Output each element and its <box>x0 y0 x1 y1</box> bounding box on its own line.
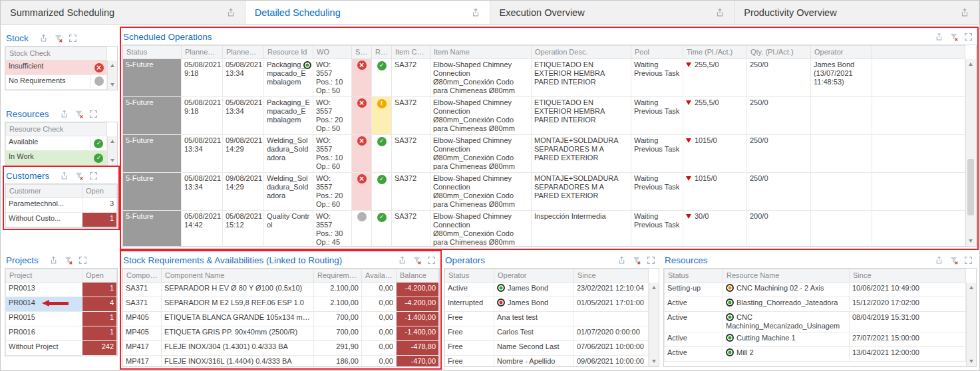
expand-icon[interactable] <box>89 172 98 180</box>
column-header[interactable]: Status <box>665 269 723 283</box>
filter-icon[interactable] <box>412 256 421 265</box>
export-icon[interactable] <box>60 110 69 118</box>
export-icon[interactable] <box>960 8 969 17</box>
stock-requirement-row[interactable]: SA371 SEPARADOR H EV Ø 80 Y Ø100 (0,5x10… <box>123 283 439 297</box>
expand-icon[interactable] <box>964 33 973 41</box>
filter-icon[interactable] <box>949 256 958 265</box>
expand-icon[interactable] <box>89 110 98 118</box>
column-header[interactable]: Status <box>123 46 182 59</box>
tab-productivity-overview[interactable]: Productivity Overview <box>735 1 979 24</box>
column-header[interactable]: Operator <box>811 46 872 59</box>
project-row[interactable]: PR0015 1 <box>6 312 117 326</box>
resource-row[interactable]: Active CNC Machining_Mecanizado_Usinagem… <box>665 312 966 332</box>
operator-row[interactable]: Free Ana test test <box>445 312 649 326</box>
expand-icon[interactable] <box>79 256 87 265</box>
column-header[interactable]: Resource Check <box>6 123 107 136</box>
expand-icon[interactable] <box>964 256 973 265</box>
column-header[interactable]: Planned Start <box>182 46 223 59</box>
filter-icon[interactable] <box>54 34 63 43</box>
scrollbar-thumb[interactable] <box>967 159 974 215</box>
operator-row[interactable]: Free Name Second Last 07/06/2021 10:00:0… <box>445 341 649 356</box>
project-row[interactable]: PR0016 1 <box>6 326 117 341</box>
resource-row[interactable]: Active Mill 2 13/04/2021 12:00:00 <box>665 347 966 362</box>
stock-check-row[interactable]: No Requirements <box>6 75 107 90</box>
scroll-down-icon[interactable] <box>652 360 656 363</box>
stock-check-row[interactable]: Insufficient <box>6 61 107 75</box>
column-header[interactable]: Since <box>850 269 966 283</box>
scroll-down-icon[interactable] <box>969 239 973 243</box>
customer-row[interactable]: Parametechnol... 3 <box>6 198 117 213</box>
column-header[interactable]: Project <box>6 269 82 283</box>
operator-row[interactable]: Interrupted James Bond 01/05/2021 17:01:… <box>445 297 649 312</box>
project-row[interactable]: Without Project 242 <box>6 341 117 356</box>
column-header[interactable]: Status <box>445 269 494 283</box>
column-header[interactable]: Stock <box>352 46 372 59</box>
column-header[interactable]: Requirement <box>314 269 362 283</box>
scrollbar[interactable] <box>107 136 117 166</box>
resource-row[interactable]: Setting-up CNC Machining 02 - 2 Axis 10/… <box>665 283 966 297</box>
scrollbar[interactable] <box>965 59 976 246</box>
expand-icon[interactable] <box>427 256 436 265</box>
project-row[interactable]: PR0013 1 <box>6 283 117 297</box>
operation-row[interactable]: 5-Future 05/08/2021 13:34 09/08/2021 14:… <box>123 135 965 173</box>
tab-execution-overview[interactable]: Execution Overview <box>490 1 735 24</box>
stock-requirement-row[interactable]: MP417 FLEJE INOX/316L (1.4404) 0.4/333 B… <box>123 356 439 368</box>
resource-row[interactable]: Active Cutting Machine 1 27/07/2021 15:0… <box>665 332 966 347</box>
column-header[interactable]: Time (Pl./Act.) <box>683 46 747 59</box>
tab-detailed-scheduling[interactable]: Detailed Scheduling <box>245 1 490 24</box>
export-icon[interactable] <box>715 8 725 17</box>
scroll-up-icon[interactable] <box>110 140 114 143</box>
export-icon[interactable] <box>49 256 58 265</box>
column-header[interactable]: Stock Check <box>6 47 107 61</box>
stock-requirement-row[interactable]: MP417 FLEJE INOX/304 (1.4301) 0.4/333 BA… <box>123 341 439 356</box>
operator-row[interactable]: Active James Bond 23/02/2021 12:10:04 <box>445 283 649 297</box>
export-icon[interactable] <box>935 256 943 265</box>
filter-icon[interactable] <box>75 110 83 118</box>
column-header[interactable]: Reso... <box>372 46 392 59</box>
column-header[interactable]: Resource Name <box>723 269 850 283</box>
scrollbar[interactable] <box>649 283 659 366</box>
expand-icon[interactable] <box>69 34 77 43</box>
scroll-down-icon[interactable] <box>969 360 973 363</box>
column-header[interactable]: Item Code <box>392 46 430 59</box>
scroll-up-icon[interactable] <box>969 62 973 66</box>
scroll-down-icon[interactable] <box>110 159 114 162</box>
column-header[interactable]: Resource Id <box>264 46 313 59</box>
tab-summarized-scheduling[interactable]: Summarized Scheduling <box>1 1 245 24</box>
column-header[interactable]: WO <box>313 46 352 59</box>
column-header[interactable]: Open <box>82 185 117 198</box>
export-icon[interactable] <box>60 172 69 180</box>
export-icon[interactable] <box>935 33 943 41</box>
column-header[interactable]: Operator <box>494 269 574 283</box>
resource-row[interactable]: Active Blasting_Chorreado_Jateadora 15/1… <box>665 297 966 312</box>
export-icon[interactable] <box>39 34 48 43</box>
scrollbar[interactable] <box>966 283 976 366</box>
scroll-up-icon[interactable] <box>110 64 114 67</box>
customer-row[interactable]: Without Custo... 1 <box>6 213 117 227</box>
operation-row[interactable]: 5-Future 05/08/2021 14:42 05/08/2021 15:… <box>123 211 965 247</box>
filter-icon[interactable] <box>75 172 83 180</box>
export-icon[interactable] <box>398 256 407 265</box>
column-header[interactable]: Qty. (Pl./Act.) <box>747 46 811 59</box>
expand-icon[interactable] <box>647 256 655 265</box>
export-icon[interactable] <box>471 8 480 17</box>
resource-check-row[interactable]: Available <box>6 136 107 151</box>
filter-icon[interactable] <box>949 33 958 41</box>
column-header[interactable]: Customer <box>6 185 82 198</box>
scroll-down-icon[interactable] <box>110 83 114 86</box>
operator-row[interactable]: Free Nombre - Apellido 09/06/2021 10:00:… <box>445 356 649 368</box>
stock-requirement-row[interactable]: MP405 ETIQUETA BLANCA GRANDE 105x134 mm.… <box>123 312 439 326</box>
column-header[interactable]: Available <box>362 269 397 283</box>
filter-icon[interactable] <box>632 256 641 265</box>
stock-requirement-row[interactable]: MP405 ETIQUETA GRIS PP. 90x40mm (2500/R)… <box>123 326 439 341</box>
export-icon[interactable] <box>617 256 626 265</box>
column-header[interactable]: Planned End <box>223 46 264 59</box>
column-header[interactable]: Since <box>574 269 649 283</box>
column-header[interactable]: Component Name <box>162 269 314 283</box>
column-header[interactable]: Item Name <box>430 46 532 59</box>
operation-row[interactable]: 5-Future 05/08/2021 9:18 05/08/2021 13:3… <box>123 59 965 97</box>
operation-row[interactable]: 5-Future 05/08/2021 13:34 09/08/2021 14:… <box>123 173 965 211</box>
export-icon[interactable] <box>226 8 236 17</box>
resource-check-row[interactable]: In Work <box>6 151 107 166</box>
stock-requirement-row[interactable]: SA371 SEPARADOR M E2 L59,8 REF.06 ESP 1.… <box>123 297 439 312</box>
